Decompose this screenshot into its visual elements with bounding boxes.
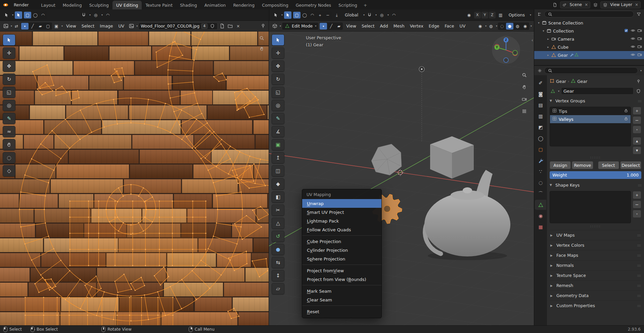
modifier-icon[interactable]: [570, 53, 574, 58]
breadcrumb-label[interactable]: Gear: [577, 79, 587, 84]
hide-eye-icon[interactable]: [631, 44, 635, 50]
view-layer-selector[interactable]: View Layer ×: [600, 1, 641, 8]
pinch-tool[interactable]: ◇: [3, 165, 15, 177]
properties-tab-tool[interactable]: ✐: [535, 78, 546, 88]
mirror-x-toggle[interactable]: X: [474, 12, 481, 18]
workspace-tab-shading[interactable]: Shading: [176, 1, 201, 9]
shape-key-specials-icon[interactable]: ▾: [633, 210, 641, 218]
render-visibility-icon[interactable]: [637, 36, 642, 42]
outliner-search[interactable]: [544, 11, 634, 17]
annotate-tool[interactable]: ✎: [272, 113, 284, 124]
viewport-menu-view[interactable]: View: [343, 22, 359, 31]
outliner-editor-icon[interactable]: [537, 11, 543, 17]
vertex-group-tips[interactable]: Tips: [550, 107, 631, 115]
panel-texture-space[interactable]: ▶ Texture Space ::::: [550, 270, 641, 280]
uv-canvas[interactable]: ✛✥↻◱◎✎≈◌◇: [0, 32, 269, 325]
extrude-tool[interactable]: ↥: [272, 152, 284, 163]
proportional-editing-icon[interactable]: ◎: [378, 11, 385, 19]
uv-menu-view[interactable]: View: [63, 22, 79, 31]
menu-item-clear-seam[interactable]: Clear Seam: [302, 295, 381, 304]
viewport-menu-uv[interactable]: UV: [457, 22, 468, 31]
inset-tool[interactable]: ◫: [272, 165, 284, 177]
panel-normals[interactable]: ▶ Normals ::::: [550, 260, 641, 270]
menu-item-cylinder-projection[interactable]: Cylinder Projection: [302, 246, 381, 254]
vertex-groups-panel-header[interactable]: ▼ Vertex Groups ::::: [550, 97, 641, 105]
panel-grip-icon[interactable]: ::::: [637, 243, 641, 247]
outliner-item-label[interactable]: Cube: [558, 45, 568, 50]
menu-item-mark-seam[interactable]: Mark Seam: [302, 287, 381, 295]
chevron-down-icon[interactable]: ▾: [101, 13, 103, 16]
face-select-mode-icon[interactable]: ▰: [335, 23, 342, 30]
add-workspace-button[interactable]: +: [361, 1, 370, 9]
new-image-icon[interactable]: [218, 22, 226, 30]
panel-vertex-colors[interactable]: ▶ Vertex Colors ::::: [550, 240, 641, 250]
blender-logo-icon[interactable]: [2, 2, 9, 8]
mode-selector[interactable]: Edit Mode ▾: [282, 22, 319, 30]
add-shape-key-button[interactable]: ＋: [633, 191, 641, 199]
workspace-tab-scripting[interactable]: Scripting: [335, 1, 361, 9]
menu-item-unwrap[interactable]: Unwrap: [302, 199, 381, 208]
mesh-data-icon[interactable]: [550, 88, 556, 94]
chevron-down-icon[interactable]: ▾: [387, 13, 389, 16]
spin-tool[interactable]: ↺: [272, 231, 284, 242]
disclosure-icon[interactable]: ▾: [541, 29, 546, 33]
chevron-down-icon[interactable]: ▾: [11, 25, 12, 28]
panel-grip-icon[interactable]: ::::: [638, 99, 641, 103]
chevron-down-icon[interactable]: ▾: [530, 13, 531, 16]
zoom-icon[interactable]: [520, 71, 528, 79]
camera-view-icon[interactable]: [520, 95, 528, 103]
snap-target-icon[interactable]: ▥: [497, 11, 504, 19]
show-gizmo-icon[interactable]: ◉: [476, 22, 484, 30]
transform-pivot-icon[interactable]: ◉: [465, 11, 473, 19]
smooth-tool[interactable]: ●: [272, 244, 284, 255]
browse-scene-icon[interactable]: [552, 2, 558, 8]
select-lasso-icon[interactable]: ◠: [39, 12, 47, 18]
add-vertex-group-button[interactable]: ＋: [633, 107, 641, 115]
panel-uv-maps[interactable]: ▶ UV Maps ::::: [550, 230, 641, 240]
menu-item-reset[interactable]: Reset: [302, 307, 381, 316]
workspace-tab-sculpting[interactable]: Sculpting: [86, 1, 112, 9]
list-resize-grip[interactable]: ::::::: [550, 225, 641, 228]
shrink-fatten-tool[interactable]: ↕: [272, 270, 284, 281]
uv-menu-uv[interactable]: UV: [116, 22, 127, 31]
assign-button[interactable]: Assign: [550, 161, 571, 169]
remove-button[interactable]: Remove: [572, 161, 593, 169]
poly-build-tool[interactable]: △: [272, 218, 284, 229]
render-visibility-icon[interactable]: [637, 44, 642, 50]
select-circle-icon[interactable]: ◯: [32, 12, 39, 18]
outliner-row-scene-collection[interactable]: ▾ Scene Collection: [534, 19, 644, 27]
open-image-folder-icon[interactable]: [226, 22, 234, 30]
scene-selector[interactable]: Scene ×: [560, 1, 591, 8]
scale-tool[interactable]: ◱: [272, 87, 284, 98]
select-box-icon[interactable]: ▢: [24, 12, 31, 18]
vertex-group-valleys[interactable]: Valleys: [550, 115, 631, 123]
select-button[interactable]: Select: [598, 161, 619, 169]
move-tool[interactable]: ✥: [272, 60, 284, 72]
render-visibility-icon[interactable]: [637, 52, 642, 58]
weight-slider[interactable]: Weight 1.000: [550, 171, 641, 179]
chevron-down-icon[interactable]: ▾: [496, 25, 497, 28]
properties-tab-physics[interactable]: ◌: [535, 178, 546, 188]
viewport-menu-face[interactable]: Face: [442, 22, 457, 31]
annotate-tool[interactable]: ✎: [3, 113, 15, 124]
material-shading-icon[interactable]: ◍: [514, 23, 521, 30]
select-circle-icon[interactable]: ◯: [301, 12, 308, 18]
datablock-name-field[interactable]: Gear: [561, 87, 634, 95]
viewport-menu-edge[interactable]: Edge: [426, 22, 442, 31]
chevron-down-icon[interactable]: ▾: [375, 13, 377, 16]
navigation-gizmo[interactable]: XYZ: [491, 35, 521, 66]
scene-name[interactable]: Scene: [569, 2, 583, 7]
view-layer-unlink-icon[interactable]: ×: [634, 2, 639, 7]
panel-grip-icon[interactable]: ::::: [637, 263, 641, 268]
active-tool-icon[interactable]: [272, 11, 279, 19]
panel-grip-icon[interactable]: ::::: [637, 283, 641, 288]
select-subtract-icon[interactable]: −: [324, 12, 331, 18]
properties-tab-output[interactable]: ▤: [535, 100, 546, 110]
rotate-tool[interactable]: ↻: [3, 74, 15, 85]
properties-tab-object[interactable]: ▢: [535, 144, 546, 154]
menu-render[interactable]: Render: [11, 1, 33, 8]
browse-image-icon[interactable]: [128, 22, 135, 30]
view-layer-name[interactable]: View Layer: [609, 2, 633, 7]
chevron-down-icon[interactable]: ▾: [558, 90, 559, 93]
chevron-down-icon[interactable]: ▾: [363, 13, 365, 16]
